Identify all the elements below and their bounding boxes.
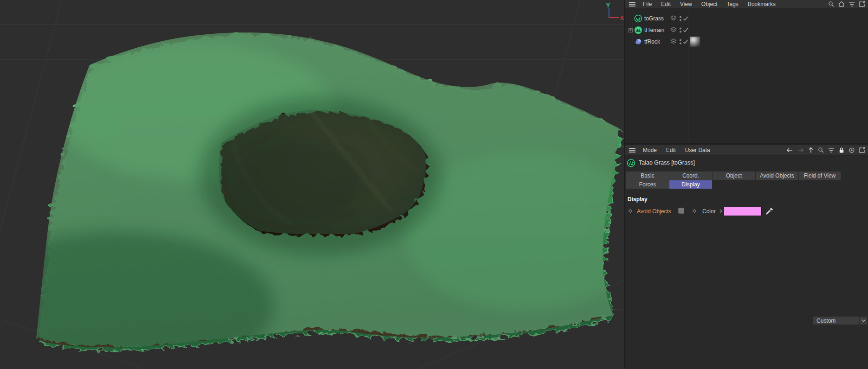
tab-object[interactable]: Object <box>713 172 755 180</box>
object-row-tfterrain[interactable]: + tfTerrain <box>625 25 868 36</box>
param-diamond-icon[interactable] <box>628 209 632 213</box>
material-thumbnail[interactable] <box>689 36 700 47</box>
eyedropper-icon[interactable] <box>764 206 774 216</box>
color-swatch[interactable] <box>724 207 762 216</box>
tab-avoid-objects[interactable]: Avoid Objects <box>756 172 798 180</box>
tab-display[interactable]: Display <box>669 180 712 189</box>
viewport-3d[interactable]: Y X <box>0 0 624 369</box>
filter-icon[interactable] <box>828 147 835 153</box>
chevron-right-icon[interactable] <box>719 209 722 213</box>
grass-object-icon <box>634 14 642 23</box>
rock-object-icon <box>634 38 642 46</box>
detach-panel-icon[interactable] <box>859 147 865 153</box>
lock-icon[interactable] <box>838 147 845 153</box>
axis-gizmo: Y X <box>602 0 626 23</box>
param-diamond-icon[interactable] <box>693 209 696 213</box>
object-name[interactable]: tfRock <box>644 38 660 45</box>
object-list: toGrass + tfTerrain <box>625 9 868 143</box>
history-forward-icon[interactable] <box>797 147 804 153</box>
attribute-manager-menubar: Mode Edit User Data <box>625 145 868 156</box>
tab-coord[interactable]: Coord. <box>669 172 712 180</box>
layer-tag-icon[interactable] <box>670 15 677 22</box>
preset-dropdown[interactable]: Custom <box>812 316 868 325</box>
history-back-icon[interactable] <box>786 147 793 153</box>
right-panel: File Edit View Object Tags Bookmarks <box>624 0 868 369</box>
am-menu-edit[interactable]: Edit <box>661 147 680 153</box>
object-name[interactable]: tfTerrain <box>644 27 664 33</box>
cinema4d-window: Y X File Edit View Object Tags Bookmarks <box>0 0 868 369</box>
object-row-tograss[interactable]: toGrass <box>625 13 868 25</box>
tab-basic[interactable]: Basic <box>626 172 669 180</box>
am-menu-userdata[interactable]: User Data <box>680 147 715 153</box>
grass-object-icon <box>627 159 635 167</box>
attribute-title-row: Taiao Grass [toGrass] Custom <box>625 158 868 169</box>
visibility-dots-icon[interactable] <box>679 38 682 45</box>
enabled-check-icon[interactable] <box>683 39 688 45</box>
search-icon[interactable] <box>828 1 835 7</box>
om-menu-edit[interactable]: Edit <box>656 1 675 7</box>
am-menu-mode[interactable]: Mode <box>638 147 661 153</box>
viewport-render <box>0 0 624 369</box>
layer-tag-icon[interactable] <box>670 38 677 45</box>
axis-x-label: X <box>620 15 624 21</box>
section-heading-display: Display <box>628 196 648 203</box>
om-menu-object[interactable]: Object <box>697 1 722 7</box>
terrain-object-icon <box>634 26 642 34</box>
home-icon[interactable] <box>838 1 845 7</box>
object-manager-menubar: File Edit View Object Tags Bookmarks <box>625 0 868 9</box>
display-parameters-row: Avoid Objects Color <box>625 206 868 216</box>
visibility-dots-icon[interactable] <box>679 15 682 22</box>
avoid-objects-label: Avoid Objects <box>637 208 671 215</box>
panel-menu-icon[interactable] <box>629 2 635 6</box>
tab-forces[interactable]: Forces <box>626 180 669 189</box>
om-menu-tags[interactable]: Tags <box>722 1 743 7</box>
chevron-down-icon <box>859 317 867 324</box>
om-menu-file[interactable]: File <box>638 1 656 7</box>
axis-y-label: Y <box>606 2 610 9</box>
preset-dropdown-value: Custom <box>813 318 859 324</box>
expander-plus-icon[interactable]: + <box>628 28 633 32</box>
filter-icon[interactable] <box>849 1 855 7</box>
color-label: Color <box>702 208 716 215</box>
detach-panel-icon[interactable] <box>859 1 865 7</box>
attribute-object-title: Taiao Grass [toGrass] <box>639 159 695 166</box>
layer-tag-icon[interactable] <box>670 27 677 33</box>
om-menu-bookmarks[interactable]: Bookmarks <box>743 1 780 7</box>
record-state-icon[interactable] <box>849 147 855 153</box>
panel-menu-icon[interactable] <box>629 148 635 153</box>
tab-field-of-view[interactable]: Field of View <box>799 172 841 180</box>
object-name[interactable]: toGrass <box>644 15 664 22</box>
om-menu-view[interactable]: View <box>675 1 697 7</box>
object-row-tfrock[interactable]: tfRock <box>625 36 868 48</box>
search-icon[interactable] <box>818 147 824 153</box>
enabled-check-icon[interactable] <box>683 27 688 33</box>
avoid-objects-checkbox[interactable] <box>678 208 684 214</box>
visibility-dots-icon[interactable] <box>679 27 682 33</box>
parent-up-icon[interactable] <box>808 147 814 153</box>
enabled-check-icon[interactable] <box>683 16 688 21</box>
